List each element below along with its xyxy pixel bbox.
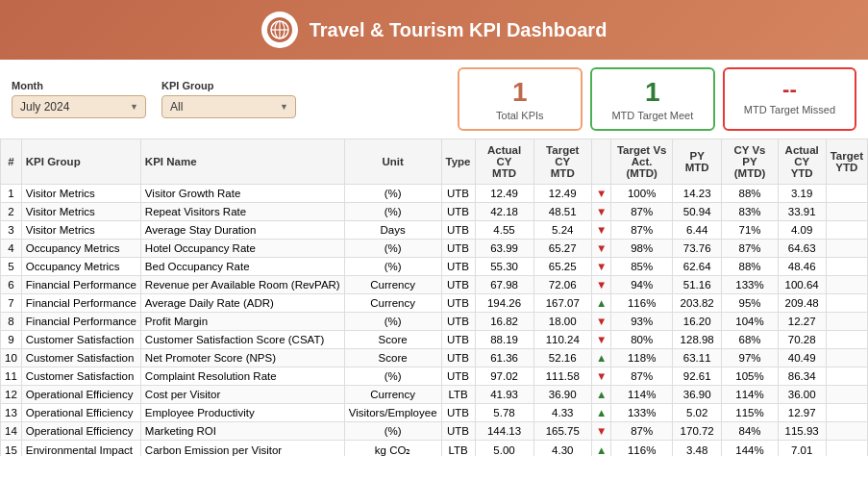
month-select[interactable]: July 2024 xyxy=(12,95,146,118)
cell-type: UTB xyxy=(441,221,475,240)
cell-target-ytd xyxy=(826,331,867,349)
table-row: 3 Visitor Metrics Average Stay Duration … xyxy=(1,221,868,240)
cell-actual-cy-ytd: 4.09 xyxy=(778,221,826,240)
table-row: 5 Occupancy Metrics Bed Occupancy Rate (… xyxy=(1,258,868,276)
table-row: 2 Visitor Metrics Repeat Visitors Rate (… xyxy=(1,203,868,221)
cell-target-ytd xyxy=(826,240,867,258)
cell-target-ytd xyxy=(826,386,867,404)
cell-dir: ▲ xyxy=(591,349,610,367)
kpi-table-wrapper: # KPI Group KPI Name Unit Type Actual CY… xyxy=(0,139,868,456)
page-header: Travel & Tourism KPI Dashboard xyxy=(0,0,868,60)
cell-target-ytd xyxy=(826,221,867,240)
cell-target-ytd xyxy=(826,203,867,221)
cell-num: 7 xyxy=(1,294,22,313)
mtd-meet-value: 1 xyxy=(611,77,694,108)
cell-kpi-name: Average Daily Rate (ADR) xyxy=(140,294,344,313)
cell-type: UTB xyxy=(441,331,475,349)
cell-unit: Visitors/Employee xyxy=(344,404,441,422)
cell-actual-cy-mtd: 5.00 xyxy=(475,441,533,457)
cell-py-mtd: 63.11 xyxy=(673,349,722,367)
cell-actual-cy-ytd: 12.97 xyxy=(778,404,826,422)
kpi-cards-container: 1 Total KPIs 1 MTD Target Meet -- MTD Ta… xyxy=(311,67,856,131)
cell-unit: (%) xyxy=(344,203,441,221)
cell-actual-cy-ytd: 48.46 xyxy=(778,258,826,276)
cell-py-mtd: 51.16 xyxy=(673,276,722,294)
cell-unit: (%) xyxy=(344,422,441,441)
kpi-group-filter-label: KPI Group xyxy=(161,80,296,91)
cell-target-ytd xyxy=(826,441,867,457)
col-type: Type xyxy=(441,139,475,185)
table-row: 8 Financial Performance Profit Margin (%… xyxy=(1,313,868,331)
cell-unit: (%) xyxy=(344,367,441,386)
cell-actual-cy-mtd: 63.99 xyxy=(475,240,533,258)
cell-dir: ▲ xyxy=(591,441,610,457)
cell-num: 9 xyxy=(1,331,22,349)
cell-target-vs-act: 87% xyxy=(611,367,673,386)
cell-target-vs-act: 87% xyxy=(611,221,673,240)
cell-cy-vs-py: 144% xyxy=(722,441,778,457)
cell-type: UTB xyxy=(441,240,475,258)
cell-kpi-name: Customer Satisfaction Score (CSAT) xyxy=(140,331,344,349)
col-dir xyxy=(591,139,610,185)
cell-dir: ▼ xyxy=(591,240,610,258)
cell-actual-cy-mtd: 61.36 xyxy=(475,349,533,367)
cell-target-cy-mtd: 36.90 xyxy=(533,386,591,404)
cell-actual-cy-mtd: 88.19 xyxy=(475,331,533,349)
cell-cy-vs-py: 95% xyxy=(722,294,778,313)
cell-type: UTB xyxy=(441,276,475,294)
cell-target-ytd xyxy=(826,404,867,422)
cell-target-cy-mtd: 65.27 xyxy=(533,240,591,258)
mtd-missed-value: -- xyxy=(744,77,835,102)
col-target-cy-mtd: Target CYMTD xyxy=(533,139,591,185)
cell-num: 1 xyxy=(1,185,22,203)
cell-actual-cy-mtd: 16.82 xyxy=(475,313,533,331)
cell-target-cy-mtd: 65.25 xyxy=(533,258,591,276)
cell-type: LTB xyxy=(441,386,475,404)
cell-actual-cy-mtd: 67.98 xyxy=(475,276,533,294)
kpi-group-select-wrapper[interactable]: All xyxy=(161,95,296,118)
cell-target-cy-mtd: 12.49 xyxy=(533,185,591,203)
cell-dir: ▲ xyxy=(591,386,610,404)
cell-actual-cy-ytd: 86.34 xyxy=(778,367,826,386)
cell-unit: Currency xyxy=(344,294,441,313)
cell-target-cy-mtd: 52.16 xyxy=(533,349,591,367)
month-filter-group: Month July 2024 xyxy=(12,80,146,118)
cell-actual-cy-mtd: 194.26 xyxy=(475,294,533,313)
col-num: # xyxy=(1,139,22,185)
cell-kpi-group: Visitor Metrics xyxy=(21,221,140,240)
cell-num: 15 xyxy=(1,441,22,457)
cell-py-mtd: 73.76 xyxy=(673,240,722,258)
month-select-wrapper[interactable]: July 2024 xyxy=(12,95,146,118)
cell-dir: ▼ xyxy=(591,422,610,441)
col-py-mtd: PY MTD xyxy=(673,139,722,185)
cell-target-vs-act: 100% xyxy=(611,185,673,203)
cell-type: UTB xyxy=(441,313,475,331)
cell-kpi-name: Net Promoter Score (NPS) xyxy=(140,349,344,367)
cell-target-ytd xyxy=(826,276,867,294)
cell-kpi-name: Marketing ROI xyxy=(140,422,344,441)
cell-kpi-group: Environmental Impact xyxy=(21,441,140,457)
cell-target-ytd xyxy=(826,422,867,441)
table-row: 14 Operational Efficiency Marketing ROI … xyxy=(1,422,868,441)
cell-target-vs-act: 116% xyxy=(611,441,673,457)
mtd-missed-label: MTD Target Missed xyxy=(744,104,835,115)
cell-num: 10 xyxy=(1,349,22,367)
cell-target-vs-act: 93% xyxy=(611,313,673,331)
cell-num: 14 xyxy=(1,422,22,441)
cell-py-mtd: 62.64 xyxy=(673,258,722,276)
cell-kpi-group: Customer Satisfaction xyxy=(21,349,140,367)
cell-target-cy-mtd: 5.24 xyxy=(533,221,591,240)
col-actual-cy-mtd: Actual CYMTD xyxy=(475,139,533,185)
cell-type: UTB xyxy=(441,294,475,313)
kpi-group-select[interactable]: All xyxy=(161,95,296,118)
cell-target-ytd xyxy=(826,349,867,367)
cell-actual-cy-mtd: 55.30 xyxy=(475,258,533,276)
cell-type: UTB xyxy=(441,367,475,386)
cell-actual-cy-mtd: 4.55 xyxy=(475,221,533,240)
cell-kpi-name: Profit Margin xyxy=(140,313,344,331)
cell-dir: ▼ xyxy=(591,258,610,276)
cell-actual-cy-ytd: 100.64 xyxy=(778,276,826,294)
cell-cy-vs-py: 87% xyxy=(722,240,778,258)
cell-unit: Currency xyxy=(344,386,441,404)
cell-kpi-group: Visitor Metrics xyxy=(21,185,140,203)
